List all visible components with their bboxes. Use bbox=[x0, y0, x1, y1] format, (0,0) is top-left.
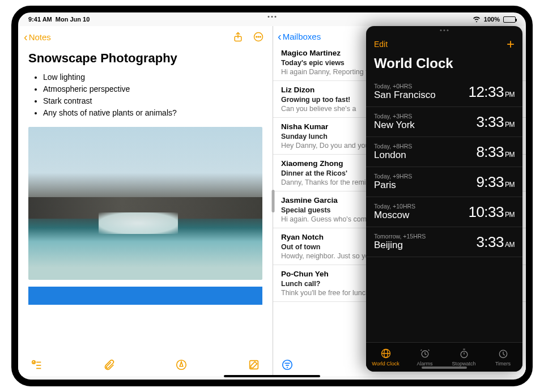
clock-edit-button[interactable]: Edit bbox=[374, 40, 388, 49]
share-icon[interactable] bbox=[232, 31, 244, 43]
mail-back-button[interactable]: ‹ Mailboxes bbox=[278, 31, 321, 42]
clock-city: London bbox=[374, 150, 412, 161]
chevron-left-icon: ‹ bbox=[278, 31, 282, 42]
filter-icon[interactable] bbox=[281, 359, 294, 371]
clock-offset: Today, +3HRS bbox=[374, 113, 415, 120]
clock-row[interactable]: Today, +0HRS San Francisco 12:33PM bbox=[366, 77, 522, 107]
attachment-icon[interactable] bbox=[102, 357, 117, 372]
note-bullet: Any shots of native plants or animals? bbox=[43, 107, 262, 119]
home-indicator[interactable] bbox=[224, 375, 320, 377]
multitask-dots-icon[interactable] bbox=[268, 16, 277, 18]
clock-ampm: PM bbox=[505, 121, 515, 129]
clock-row[interactable]: Tomorrow, +15HRS Beijing 3:33AM bbox=[366, 227, 522, 257]
tab-label: World Clock bbox=[372, 361, 399, 367]
clock-time: 12:33 bbox=[468, 83, 504, 101]
notes-back-label: Notes bbox=[29, 32, 51, 42]
note-bullet: Low lighting bbox=[43, 71, 262, 83]
clock-row[interactable]: Today, +9HRS Paris 9:33PM bbox=[366, 167, 522, 197]
notes-app-pane: ‹ Notes Snowscape Photography Low lighti… bbox=[18, 26, 273, 376]
clock-ampm: PM bbox=[505, 91, 515, 99]
compose-icon[interactable] bbox=[246, 357, 261, 372]
split-divider-handle[interactable] bbox=[272, 190, 275, 212]
svg-point-3 bbox=[258, 36, 259, 37]
clock-offset: Tomorrow, +15HRS bbox=[374, 233, 426, 240]
more-icon[interactable] bbox=[252, 31, 265, 43]
note-bullet-list: Low lighting Atmospheric perspective Sta… bbox=[28, 71, 262, 119]
clock-offset: Today, +0HRS bbox=[374, 83, 436, 90]
clock-city: Paris bbox=[374, 180, 412, 191]
clock-title: World Clock bbox=[366, 53, 522, 77]
ipad-frame: 9:41 AM Mon Jun 10 100% ‹ Notes bbox=[11, 6, 533, 386]
clock-ampm: AM bbox=[505, 241, 515, 249]
notes-toolbar bbox=[18, 353, 273, 376]
clock-ampm: PM bbox=[505, 151, 515, 159]
mail-back-label: Mailboxes bbox=[283, 32, 321, 41]
tab-label: Alarms bbox=[416, 361, 432, 367]
chevron-left-icon: ‹ bbox=[24, 31, 28, 42]
checklist-icon[interactable] bbox=[29, 357, 44, 372]
clock-time: 8:33 bbox=[476, 143, 504, 161]
tab-label: Stopwatch bbox=[452, 361, 475, 367]
markup-icon[interactable] bbox=[174, 357, 189, 372]
note-bullet: Stark contrast bbox=[43, 95, 262, 107]
status-bar: 9:41 AM Mon Jun 10 100% bbox=[18, 12, 526, 26]
wifi-icon bbox=[473, 16, 481, 23]
clock-city: Beijing bbox=[374, 240, 426, 251]
battery-icon bbox=[503, 16, 516, 23]
tab-timers[interactable]: Timers bbox=[483, 343, 522, 372]
note-content[interactable]: Snowscape Photography Low lighting Atmos… bbox=[18, 45, 273, 353]
clock-time: 3:33 bbox=[476, 113, 504, 131]
svg-point-2 bbox=[256, 36, 257, 37]
clock-city: New York bbox=[374, 120, 415, 131]
status-time: 9:41 AM bbox=[28, 16, 52, 23]
clock-ampm: PM bbox=[505, 211, 515, 219]
alarm-icon bbox=[419, 348, 431, 359]
svg-point-4 bbox=[260, 36, 261, 37]
tab-label: Timers bbox=[495, 361, 511, 367]
note-image[interactable] bbox=[28, 127, 262, 280]
clock-time: 9:33 bbox=[476, 173, 504, 191]
note-title: Snowscape Photography bbox=[28, 51, 262, 66]
clock-row[interactable]: Today, +3HRS New York 3:33PM bbox=[366, 107, 522, 137]
split-view: ‹ Notes Snowscape Photography Low lighti… bbox=[18, 26, 526, 376]
svg-point-11 bbox=[283, 360, 292, 370]
slideover-handle-icon[interactable] bbox=[440, 29, 449, 31]
clock-ampm: PM bbox=[505, 181, 515, 189]
timer-icon bbox=[498, 348, 509, 359]
mail-app-pane: ‹ Mailboxes Magico Martinez Today's epic… bbox=[273, 26, 526, 376]
globe-icon bbox=[380, 348, 392, 359]
clock-offset: Today, +10HRS bbox=[374, 203, 415, 210]
clock-city: Moscow bbox=[374, 210, 415, 221]
clock-offset: Today, +9HRS bbox=[374, 173, 412, 180]
clock-time: 10:33 bbox=[468, 203, 504, 221]
clock-time: 3:33 bbox=[476, 233, 504, 251]
clock-row[interactable]: Today, +10HRS Moscow 10:33PM bbox=[366, 197, 522, 227]
battery-percent: 100% bbox=[484, 16, 500, 23]
slideover-home-indicator bbox=[422, 367, 467, 369]
note-image-continued bbox=[28, 287, 262, 305]
status-date: Mon Jun 10 bbox=[56, 16, 90, 23]
tab-world-clock[interactable]: World Clock bbox=[366, 343, 405, 372]
clock-slideover-panel: Edit + World Clock Today, +0HRS San Fran… bbox=[366, 26, 522, 372]
clock-city: San Francisco bbox=[374, 90, 436, 101]
clock-offset: Today, +8HRS bbox=[374, 143, 412, 150]
note-bullet: Atmospheric perspective bbox=[43, 83, 262, 95]
clock-add-button[interactable]: + bbox=[507, 37, 515, 51]
clock-row[interactable]: Today, +8HRS London 8:33PM bbox=[366, 137, 522, 167]
notes-back-button[interactable]: ‹ Notes bbox=[24, 31, 51, 42]
stopwatch-icon bbox=[458, 348, 470, 359]
